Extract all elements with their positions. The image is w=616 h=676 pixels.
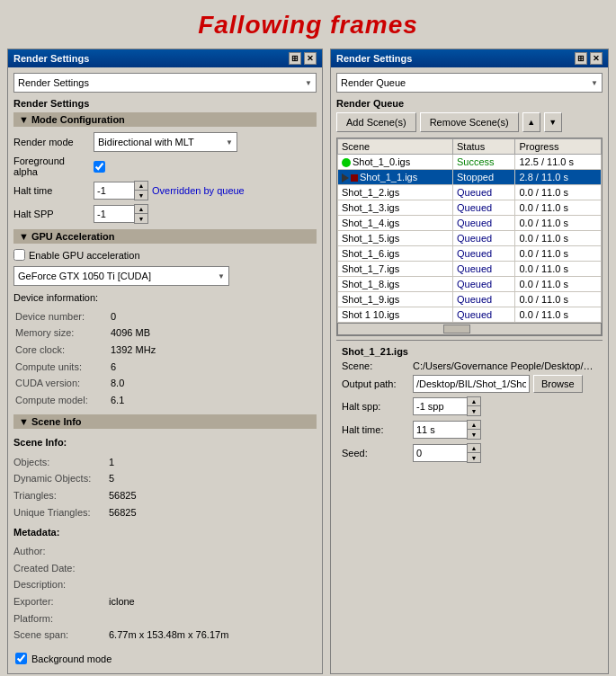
remove-scene-button[interactable]: Remove Scene(s) [420,112,519,132]
table-row[interactable]: Shot_1_0.igsSuccess12.5 / 11.0 s [338,155,602,170]
unique-triangles-row: Unique Triangles: 56825 [13,504,317,521]
table-row[interactable]: Shot 1 10.igsQueued0.0 / 11.0 s [338,307,602,323]
table-row[interactable]: Shot_1_4.igsQueued0.0 / 11.0 s [338,216,602,231]
table-cell-progress: 0.0 / 11.0 s [515,216,602,231]
table-row[interactable]: Shot_1_6.igsQueued0.0 / 11.0 s [338,246,602,262]
triangles-label: Triangles: [13,487,103,504]
seed-detail-row: Seed: ▲ ▼ [342,443,597,463]
output-path-input[interactable] [413,375,530,393]
halt-spp-detail-up-button[interactable]: ▲ [468,397,480,406]
table-cell-progress: 0.0 / 11.0 s [515,262,602,277]
background-mode-checkbox[interactable] [15,653,27,664]
table-row[interactable]: Shot_1_8.igsQueued0.0 / 11.0 s [338,277,602,292]
created-date-label: Created Date: [13,560,103,577]
seed-detail-spinner: ▲ ▼ [413,443,481,463]
left-restore-button[interactable]: ⊞ [289,52,301,65]
queue-buttons-row: Add Scene(s) Remove Scene(s) ▲ ▼ [336,112,603,132]
table-row[interactable]: Shot_1_7.igsQueued0.0 / 11.0 s [338,262,602,277]
right-close-button[interactable]: ✕ [590,52,603,65]
table-cell-status: Queued [453,246,515,262]
device-dropdown[interactable]: GeForce GTX 1050 Ti [CUDA] ▼ [13,266,229,286]
halt-time-detail-input[interactable] [413,421,467,439]
foreground-alpha-checkbox[interactable] [94,161,105,173]
core-clock-row: Core clock: 1392 MHz [15,342,317,359]
halt-time-down-button[interactable]: ▼ [135,191,147,200]
table-cell-status: Queued [453,200,515,216]
left-dropdown[interactable]: Render Settings ▼ [13,73,317,93]
seed-detail-label: Seed: [342,448,409,458]
browse-button[interactable]: Browse [533,375,583,393]
halt-spp-down-button[interactable]: ▼ [135,214,147,223]
add-scene-button[interactable]: Add Scene(s) [336,112,416,132]
seed-detail-spinner-buttons: ▲ ▼ [467,443,481,463]
halt-time-up-button[interactable]: ▲ [135,182,147,191]
table-header-row: Scene Status Progress [338,139,602,155]
compute-model-row: Compute model: 6.1 [15,392,317,409]
gpu-enable-label: Enable GPU acceleration [29,250,140,261]
table-row[interactable]: Shot_1_3.igsQueued0.0 / 11.0 s [338,200,602,216]
seed-detail-input[interactable] [413,444,467,462]
halt-time-detail-down-button[interactable]: ▼ [468,430,480,439]
halt-time-detail-up-button[interactable]: ▲ [468,421,480,430]
unique-triangles-value: 56825 [109,504,137,521]
platform-row: Platform: [13,610,317,627]
author-label: Author: [13,543,103,560]
device-info-section: Device information: Device number: 0 Mem… [13,289,317,409]
halt-spp-detail-input[interactable] [413,397,467,415]
right-dropdown-label: Render Queue [341,77,406,88]
compute-model-key: Compute model: [15,392,105,409]
left-panel-titlebar-buttons: ⊞ ✕ [289,52,317,65]
halt-spp-up-button[interactable]: ▲ [135,205,147,214]
gpu-accel-bar: ▼ GPU Acceleration [13,229,317,244]
halt-time-input[interactable] [94,182,134,200]
halt-spp-row: Halt SPP ▲ ▼ [13,204,317,224]
halt-spp-detail-down-button[interactable]: ▼ [468,406,480,415]
render-mode-dropdown[interactable]: Bidirectional with MLT ▼ [94,132,237,152]
table-row[interactable]: Shot_1_1.igsStopped2.8 / 11.0 s [338,170,602,185]
table-cell-progress: 0.0 / 11.0 s [515,200,602,216]
right-dropdown[interactable]: Render Queue ▼ [336,73,603,93]
memory-size-row: Memory size: 4096 MB [15,325,317,342]
table-cell-progress: 0.0 / 11.0 s [515,231,602,246]
move-down-button[interactable]: ▼ [544,112,562,132]
horizontal-scrollbar[interactable] [337,323,602,335]
table-cell-progress: 0.0 / 11.0 s [515,307,602,323]
seed-detail-up-button[interactable]: ▲ [468,444,480,453]
scene-span-label: Scene span: [13,627,103,644]
compute-units-row: Compute units: 6 [15,359,317,376]
left-close-button[interactable]: ✕ [304,52,317,65]
table-cell-progress: 0.0 / 11.0 s [515,277,602,292]
table-cell-status: Queued [453,292,515,307]
unique-triangles-label: Unique Triangles: [13,504,103,521]
table-cell-status: Stopped [453,170,515,185]
scene-info-content: Scene Info: Objects: 1 Dynamic Objects: … [13,434,317,644]
halt-spp-detail-row: Halt spp: ▲ ▼ [342,396,597,416]
table-cell-progress: 2.8 / 11.0 s [515,170,602,185]
table-row[interactable]: Shot_1_5.igsQueued0.0 / 11.0 s [338,231,602,246]
foreground-alpha-row: Foreground alpha [13,156,317,177]
background-mode-row: Background mode [13,649,317,668]
table-row[interactable]: Shot_1_9.igsQueued0.0 / 11.0 s [338,292,602,307]
left-panel-titlebar: Render Settings ⊞ ✕ [8,49,322,67]
move-up-button[interactable]: ▲ [522,112,540,132]
triangles-value: 56825 [109,487,137,504]
right-restore-button[interactable]: ⊞ [575,52,587,65]
page-title: Fallowing frames [0,0,616,49]
halt-time-detail-spinner: ▲ ▼ [413,420,481,440]
table-row[interactable]: Shot_1_2.igsQueued0.0 / 11.0 s [338,185,602,200]
seed-detail-down-button[interactable]: ▼ [468,453,480,462]
background-mode-label: Background mode [31,654,112,664]
mode-config-label: ▼ Mode Configuration [19,114,125,125]
table-cell-progress: 0.0 / 11.0 s [515,292,602,307]
scene-detail-row: Scene: C:/Users/Governance People/Deskto… [342,360,597,371]
scene-span-row: Scene span: 6.77m x 153.48m x 76.17m [13,627,317,644]
table-cell-scene: Shot_1_3.igs [338,200,453,216]
halt-spp-input[interactable] [94,205,134,223]
left-dropdown-arrow-icon: ▼ [305,79,312,87]
output-path-label: Output path: [342,378,409,389]
device-number-val: 0 [111,308,116,325]
gpu-enable-checkbox[interactable] [13,249,25,261]
table-cell-status: Queued [453,307,515,323]
device-value: GeForce GTX 1050 Ti [CUDA] [18,271,151,281]
halt-spp-detail-label: Halt spp: [342,401,409,412]
